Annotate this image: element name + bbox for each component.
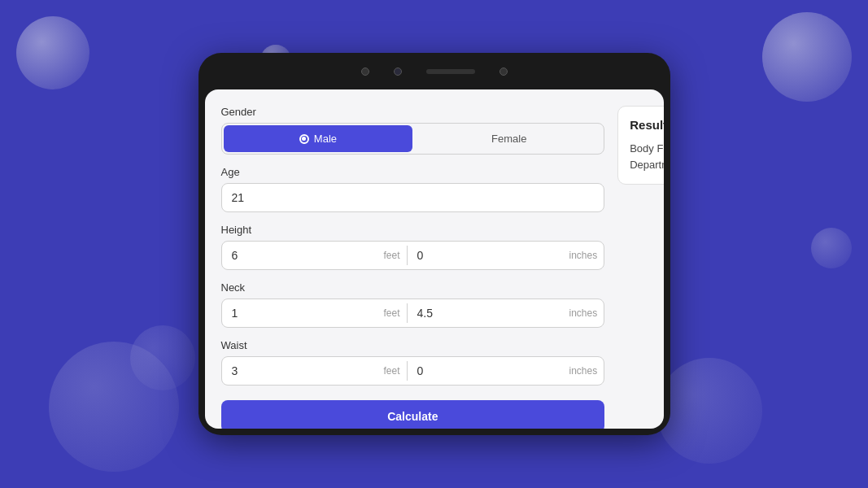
tablet-camera-center: [394, 68, 402, 76]
bubble-decor-1: [16, 16, 89, 89]
neck-feet-unit: feet: [384, 307, 407, 319]
result-header: Result:: [630, 118, 663, 134]
height-label: Height: [221, 224, 605, 236]
neck-field-group: Neck feet inches: [221, 281, 605, 328]
result-title: Result:: [630, 118, 663, 132]
height-inches-input[interactable]: [408, 242, 569, 269]
age-label: Age: [221, 166, 605, 178]
neck-inches-input[interactable]: [408, 299, 569, 327]
height-feet-input[interactable]: [222, 242, 384, 269]
gender-field-group: Gender Male Female: [221, 106, 605, 155]
result-panel: Result: Body Fat = 18% You meet the Depa…: [617, 106, 663, 412]
waist-input-row: feet inches: [221, 356, 605, 386]
waist-field-group: Waist feet inches: [221, 339, 605, 386]
result-text: Body Fat = 18% You meet the Department o…: [630, 141, 663, 172]
tablet-camera-left: [361, 68, 369, 76]
neck-feet-input[interactable]: [222, 299, 384, 327]
height-inches-unit: inches: [569, 250, 604, 261]
gender-female-option[interactable]: Female: [414, 124, 604, 154]
result-card: Result: Body Fat = 18% You meet the Depa…: [617, 106, 663, 185]
waist-feet-unit: feet: [384, 365, 407, 377]
tablet-speaker: [426, 69, 475, 74]
bubble-decor-3: [762, 12, 852, 102]
height-field-group: Height feet inches: [221, 224, 605, 270]
bubble-decor-5: [130, 325, 195, 390]
bubble-decor-7: [811, 228, 852, 268]
waist-feet-input[interactable]: [222, 357, 384, 385]
tablet-camera-right: [499, 68, 508, 76]
bubble-decor-6: [656, 358, 762, 464]
tablet-screen: Gender Male Female Age: [205, 89, 664, 429]
tablet-top-bar: [198, 53, 670, 89]
calculate-button[interactable]: Calculate: [221, 400, 605, 429]
neck-label: Neck: [221, 281, 605, 294]
neck-inches-unit: inches: [569, 307, 604, 319]
waist-inches-input[interactable]: [408, 357, 569, 385]
radio-dot-inner-male: [302, 137, 306, 141]
gender-label: Gender: [221, 106, 605, 118]
waist-inches-unit: inches: [569, 365, 604, 377]
gender-male-option[interactable]: Male: [224, 125, 413, 152]
tablet-device: Gender Male Female Age: [198, 53, 670, 435]
gender-male-label: Male: [314, 133, 337, 145]
waist-label: Waist: [221, 339, 605, 351]
gender-toggle[interactable]: Male Female: [221, 123, 605, 155]
height-input-row: feet inches: [221, 241, 605, 270]
neck-input-row: feet inches: [221, 298, 605, 328]
radio-dot-male: [299, 134, 309, 144]
height-feet-unit: feet: [384, 250, 407, 261]
gender-female-label: Female: [491, 133, 526, 145]
form-panel: Gender Male Female Age: [221, 106, 605, 412]
age-input[interactable]: [221, 183, 605, 212]
age-field-group: Age: [221, 166, 605, 212]
